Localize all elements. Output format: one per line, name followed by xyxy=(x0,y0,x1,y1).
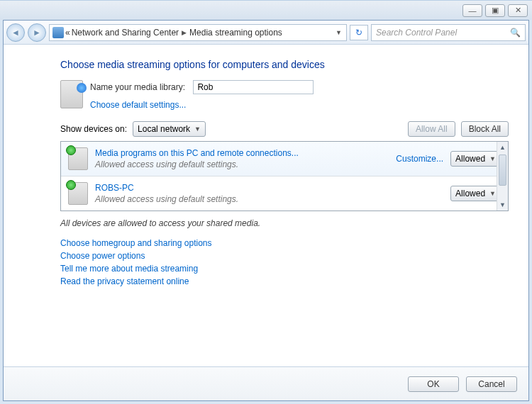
navigation-bar: ◄ ► « Network and Sharing Center ▶ Media… xyxy=(4,21,528,45)
refresh-button[interactable]: ↻ xyxy=(350,25,368,40)
scroll-up-icon[interactable]: ▲ xyxy=(497,142,508,153)
forward-button[interactable]: ► xyxy=(28,23,46,42)
allow-all-button[interactable]: Allow All xyxy=(408,121,455,137)
chevron-down-icon: ▼ xyxy=(194,125,201,133)
content-area: Choose media streaming options for compu… xyxy=(4,45,528,366)
device-filter-row: Show devices on: Local network ▼ Allow A… xyxy=(60,121,509,137)
block-all-button[interactable]: Block All xyxy=(461,121,509,137)
scroll-thumb[interactable] xyxy=(499,155,506,186)
search-icon[interactable]: 🔍 xyxy=(510,28,521,38)
back-button[interactable]: ◄ xyxy=(6,23,25,42)
close-button[interactable]: ✕ xyxy=(508,4,528,17)
show-devices-label: Show devices on: xyxy=(60,124,127,134)
chevron-right-icon: ▶ xyxy=(180,29,188,36)
cancel-button[interactable]: Cancel xyxy=(466,376,517,392)
device-title[interactable]: ROBS-PC xyxy=(95,183,134,193)
device-title[interactable]: Media programs on this PC and remote con… xyxy=(95,148,299,158)
search-input[interactable]: Search Control Panel 🔍 xyxy=(371,24,526,41)
device-list: Media programs on this PC and remote con… xyxy=(60,141,509,211)
library-name-input[interactable] xyxy=(193,80,314,94)
breadcrumb[interactable]: « Network and Sharing Center ▶ Media str… xyxy=(49,24,347,41)
chevron-down-icon[interactable]: ▼ xyxy=(334,29,343,36)
permission-value: Allowed xyxy=(455,189,485,198)
homegroup-link[interactable]: Choose homegroup and sharing options xyxy=(60,238,509,248)
maximize-button[interactable]: ▣ xyxy=(485,4,505,17)
related-links: Choose homegroup and sharing options Cho… xyxy=(60,238,509,286)
show-devices-value: Local network xyxy=(138,124,190,134)
learn-more-link[interactable]: Tell me more about media streaming xyxy=(60,264,509,274)
device-subtext: Allowed access using default settings. xyxy=(95,159,389,169)
scroll-down-icon[interactable]: ▼ xyxy=(497,199,508,211)
window-titlebar: — ▣ ✕ xyxy=(0,0,532,20)
chevron-down-icon: ▼ xyxy=(489,190,496,197)
device-subtext: Allowed access using default settings. xyxy=(95,194,443,204)
media-library-icon xyxy=(60,80,83,108)
ok-button[interactable]: OK xyxy=(408,376,459,392)
media-library-row: Name your media library: Choose default … xyxy=(60,80,509,110)
customize-link[interactable]: Customize... xyxy=(396,154,443,164)
device-row: Media programs on this PC and remote con… xyxy=(61,142,508,176)
breadcrumb-item-network[interactable]: Network and Sharing Center xyxy=(72,28,179,38)
search-placeholder: Search Control Panel xyxy=(376,28,457,38)
permission-value: Allowed xyxy=(455,154,485,164)
scrollbar[interactable]: ▲ ▼ xyxy=(497,142,508,211)
privacy-link[interactable]: Read the privacy statement online xyxy=(60,276,509,286)
device-row: ROBS-PC Allowed access using default set… xyxy=(61,176,508,211)
dialog-footer: OK Cancel xyxy=(4,366,528,400)
chevron-down-icon: ▼ xyxy=(489,155,496,162)
breadcrumb-item-media[interactable]: Media streaming options xyxy=(189,28,282,38)
library-name-label: Name your media library: xyxy=(90,82,185,92)
device-icon xyxy=(68,182,88,205)
power-options-link[interactable]: Choose power options xyxy=(60,251,509,261)
permission-select[interactable]: Allowed ▼ xyxy=(450,186,501,201)
show-devices-select[interactable]: Local network ▼ xyxy=(133,121,206,137)
status-text: All devices are allowed to access your s… xyxy=(60,218,509,228)
choose-defaults-link[interactable]: Choose default settings... xyxy=(90,100,186,110)
control-panel-icon xyxy=(52,27,64,38)
permission-select[interactable]: Allowed ▼ xyxy=(450,151,501,167)
minimize-button[interactable]: — xyxy=(462,4,482,17)
page-title: Choose media streaming options for compu… xyxy=(60,59,509,70)
breadcrumb-back: « xyxy=(65,28,70,38)
device-icon xyxy=(68,147,88,170)
control-panel-window: ◄ ► « Network and Sharing Center ▶ Media… xyxy=(3,20,529,401)
